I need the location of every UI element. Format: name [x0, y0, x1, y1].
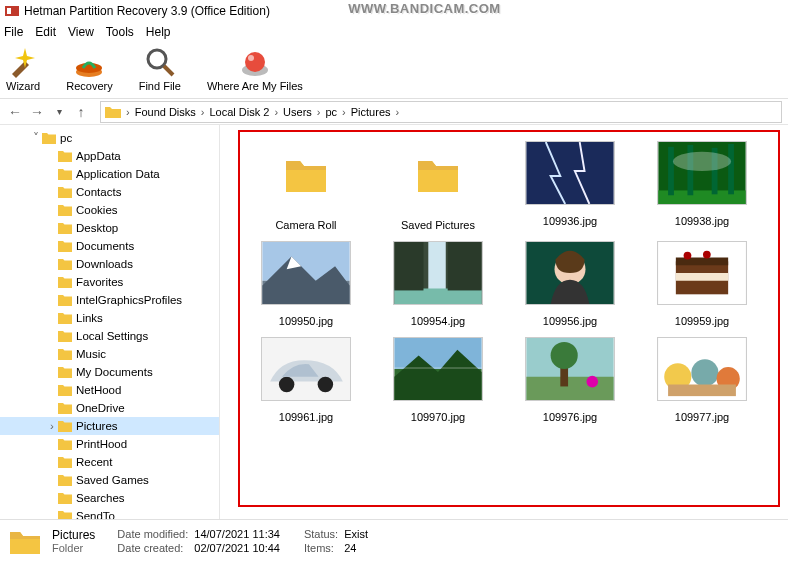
tree-item-application-data[interactable]: Application Data — [0, 165, 219, 183]
content-pane[interactable]: Camera RollSaved Pictures109936.jpg10993… — [220, 125, 788, 519]
emergency-button-icon — [239, 46, 271, 78]
tree-item-label: Contacts — [76, 186, 121, 198]
grid-item-109938-jpg[interactable]: 109938.jpg — [638, 141, 766, 231]
image-thumbnail — [657, 241, 747, 305]
grid-item-label: 109936.jpg — [543, 215, 597, 227]
grid-item-label: 109961.jpg — [279, 411, 333, 423]
toolbar-find-file[interactable]: Find File — [139, 46, 181, 92]
status-created-value: 02/07/2021 10:44 — [194, 542, 280, 554]
tree-item-contacts[interactable]: Contacts — [0, 183, 219, 201]
grid-item-109970-jpg[interactable]: 109970.jpg — [374, 337, 502, 423]
toolbar-where-files[interactable]: Where Are My Files — [207, 46, 303, 92]
tree-item-links[interactable]: Links — [0, 309, 219, 327]
grid-item-label: Saved Pictures — [401, 219, 475, 231]
tree-item-favorites[interactable]: Favorites — [0, 273, 219, 291]
svg-point-37 — [279, 377, 295, 393]
folder-tree[interactable]: ˅pcAppDataApplication DataContactsCookie… — [0, 125, 220, 519]
grid-item-label: 109959.jpg — [675, 315, 729, 327]
svg-rect-17 — [728, 144, 734, 194]
svg-rect-52 — [668, 385, 736, 397]
breadcrumb[interactable]: › Found Disks › Local Disk 2 › Users › p… — [100, 101, 782, 123]
grid-item-label: 109954.jpg — [411, 315, 465, 327]
menu-edit[interactable]: Edit — [35, 25, 56, 39]
grid-item-saved-pictures[interactable]: Saved Pictures — [374, 141, 502, 231]
svg-rect-1 — [7, 8, 11, 14]
grid-item-109950-jpg[interactable]: 109950.jpg — [242, 241, 370, 327]
crumb-local-disk-2[interactable]: Local Disk 2 — [209, 106, 269, 118]
svg-point-6 — [148, 50, 166, 68]
tree-item-intelgraphicsprofiles[interactable]: IntelGraphicsProfiles — [0, 291, 219, 309]
svg-marker-2 — [12, 61, 29, 78]
app-icon — [4, 3, 20, 19]
svg-rect-11 — [526, 142, 613, 204]
toolbar-recovery[interactable]: Recovery — [66, 46, 112, 92]
nav-up-button[interactable]: ↑ — [72, 103, 90, 121]
tree-item-appdata[interactable]: AppData — [0, 147, 219, 165]
crumb-found-disks[interactable]: Found Disks — [135, 106, 196, 118]
grid-item-109961-jpg[interactable]: 109961.jpg — [242, 337, 370, 423]
status-items-value: 24 — [344, 542, 368, 554]
tree-item-label: Saved Games — [76, 474, 149, 486]
tree-root-pc[interactable]: ˅pc — [0, 129, 219, 147]
tree-item-desktop[interactable]: Desktop — [0, 219, 219, 237]
tree-item-label: Links — [76, 312, 103, 324]
image-thumbnail — [525, 337, 615, 401]
grid-item-109956-jpg[interactable]: 109956.jpg — [506, 241, 634, 327]
tree-item-music[interactable]: Music — [0, 345, 219, 363]
tree-item-sendto[interactable]: SendTo — [0, 507, 219, 519]
expand-icon[interactable]: › — [46, 420, 58, 432]
tree-item-label: OneDrive — [76, 402, 125, 414]
crumb-pc[interactable]: pc — [325, 106, 337, 118]
status-status-value: Exist — [344, 528, 368, 540]
grid-item-109936-jpg[interactable]: 109936.jpg — [506, 141, 634, 231]
chevron-right-icon: › — [396, 106, 400, 118]
tree-item-label: Pictures — [76, 420, 118, 432]
tree-item-label: Searches — [76, 492, 125, 504]
tree-item-searches[interactable]: Searches — [0, 489, 219, 507]
tree-item-documents[interactable]: Documents — [0, 237, 219, 255]
grid-item-camera-roll[interactable]: Camera Roll — [242, 141, 370, 231]
tree-item-local-settings[interactable]: Local Settings — [0, 327, 219, 345]
menu-file[interactable]: File — [4, 25, 23, 39]
tree-item-recent[interactable]: Recent — [0, 453, 219, 471]
toolbar-find-file-label: Find File — [139, 80, 181, 92]
svg-rect-44 — [526, 377, 613, 400]
tree-item-nethood[interactable]: NetHood — [0, 381, 219, 399]
tree-item-label: AppData — [76, 150, 121, 162]
grid-item-109976-jpg[interactable]: 109976.jpg — [506, 337, 634, 423]
menu-help[interactable]: Help — [146, 25, 171, 39]
status-modified-label: Date modified: — [117, 528, 188, 540]
tree-item-cookies[interactable]: Cookies — [0, 201, 219, 219]
svg-point-10 — [248, 55, 254, 61]
tree-item-printhood[interactable]: PrintHood — [0, 435, 219, 453]
tree-item-pictures[interactable]: ›Pictures — [0, 417, 219, 435]
chevron-right-icon: › — [201, 106, 205, 118]
tree-item-label: Recent — [76, 456, 112, 468]
grid-item-109959-jpg[interactable]: 109959.jpg — [638, 241, 766, 327]
grid-item-109977-jpg[interactable]: 109977.jpg — [638, 337, 766, 423]
nav-back-button[interactable]: ← — [6, 103, 24, 121]
tree-item-onedrive[interactable]: OneDrive — [0, 399, 219, 417]
collapse-icon[interactable]: ˅ — [30, 131, 42, 145]
nav-forward-button[interactable]: → — [28, 103, 46, 121]
tree-item-label: SendTo — [76, 510, 115, 519]
grid-item-109954-jpg[interactable]: 109954.jpg — [374, 241, 502, 327]
menu-view[interactable]: View — [68, 25, 94, 39]
image-thumbnail — [393, 241, 483, 305]
status-modified-value: 14/07/2021 11:34 — [194, 528, 280, 540]
menu-tools[interactable]: Tools — [106, 25, 134, 39]
nav-recent-button[interactable]: ▾ — [50, 103, 68, 121]
tree-item-label: Local Settings — [76, 330, 148, 342]
crumb-users[interactable]: Users — [283, 106, 312, 118]
svg-rect-33 — [676, 258, 728, 266]
svg-point-9 — [245, 52, 265, 72]
tree-item-saved-games[interactable]: Saved Games — [0, 471, 219, 489]
tree-item-my-documents[interactable]: My Documents — [0, 363, 219, 381]
chevron-right-icon: › — [317, 106, 321, 118]
title-bar: Hetman Partition Recovery 3.9 (Office Ed… — [0, 0, 788, 22]
tree-item-label: Music — [76, 348, 106, 360]
tree-item-downloads[interactable]: Downloads — [0, 255, 219, 273]
svg-marker-3 — [15, 48, 35, 68]
crumb-pictures[interactable]: Pictures — [351, 106, 391, 118]
toolbar-wizard[interactable]: Wizard — [6, 46, 40, 92]
